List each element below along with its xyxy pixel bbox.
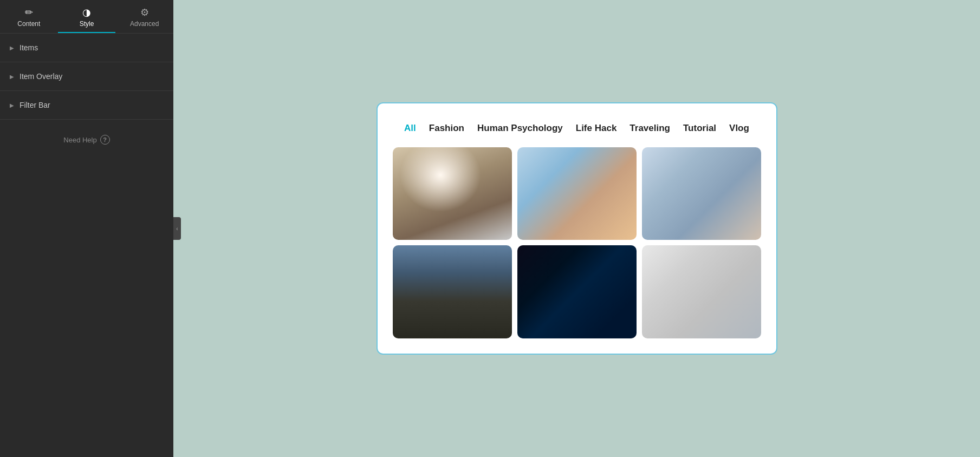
help-icon: ? — [100, 135, 110, 145]
accordion-filter-bar[interactable]: ▶ Filter Bar — [0, 91, 173, 120]
image-camera[interactable] — [517, 147, 637, 240]
collapse-handle[interactable]: ‹ — [173, 217, 181, 240]
need-help-label: Need Help — [63, 136, 96, 144]
tab-advanced-label: Advanced — [130, 20, 159, 28]
canvas: All Fashion Human Psychology Life Hack T… — [173, 0, 980, 457]
filter-tutorial[interactable]: Tutorial — [683, 120, 716, 138]
accordion-overlay-label: Item Overlay — [20, 72, 62, 81]
tab-content-label: Content — [17, 20, 40, 28]
sidebar: ✏ Content ◑ Style ⚙ Advanced ▶ Items ▶ I… — [0, 0, 173, 457]
arrow-icon-overlay: ▶ — [10, 74, 14, 80]
collapse-icon: ‹ — [176, 226, 178, 232]
filter-vlog[interactable]: Vlog — [729, 120, 749, 138]
tab-style[interactable]: ◑ Style — [58, 0, 116, 33]
arrow-icon-filter: ▶ — [10, 102, 14, 108]
style-icon: ◑ — [82, 8, 91, 17]
edit-icon: ✏ — [25, 8, 33, 17]
filter-life-hack[interactable]: Life Hack — [576, 120, 617, 138]
image-code[interactable] — [517, 245, 637, 338]
filter-human-psychology[interactable]: Human Psychology — [477, 120, 563, 138]
widget-container: All Fashion Human Psychology Life Hack T… — [377, 102, 777, 355]
image-grid — [393, 147, 761, 338]
tab-content[interactable]: ✏ Content — [0, 0, 58, 33]
tab-style-label: Style — [80, 20, 94, 28]
filter-bar: All Fashion Human Psychology Life Hack T… — [393, 120, 761, 138]
filter-all[interactable]: All — [404, 120, 416, 138]
filter-fashion[interactable]: Fashion — [429, 120, 464, 138]
need-help[interactable]: Need Help ? — [0, 135, 173, 145]
accordion-item-overlay[interactable]: ▶ Item Overlay — [0, 62, 173, 91]
image-room[interactable] — [642, 245, 761, 338]
arrow-icon-items: ▶ — [10, 45, 14, 51]
accordion-items-label: Items — [20, 43, 38, 52]
tabs: ✏ Content ◑ Style ⚙ Advanced — [0, 0, 173, 34]
image-globe[interactable] — [642, 147, 761, 240]
image-cooking[interactable] — [393, 147, 512, 240]
accordion-filterbar-label: Filter Bar — [20, 101, 50, 109]
accordion-items[interactable]: ▶ Items — [0, 34, 173, 62]
image-road[interactable] — [393, 245, 512, 338]
filter-traveling[interactable]: Traveling — [629, 120, 670, 138]
tab-advanced[interactable]: ⚙ Advanced — [115, 0, 173, 33]
gear-icon: ⚙ — [140, 8, 149, 17]
